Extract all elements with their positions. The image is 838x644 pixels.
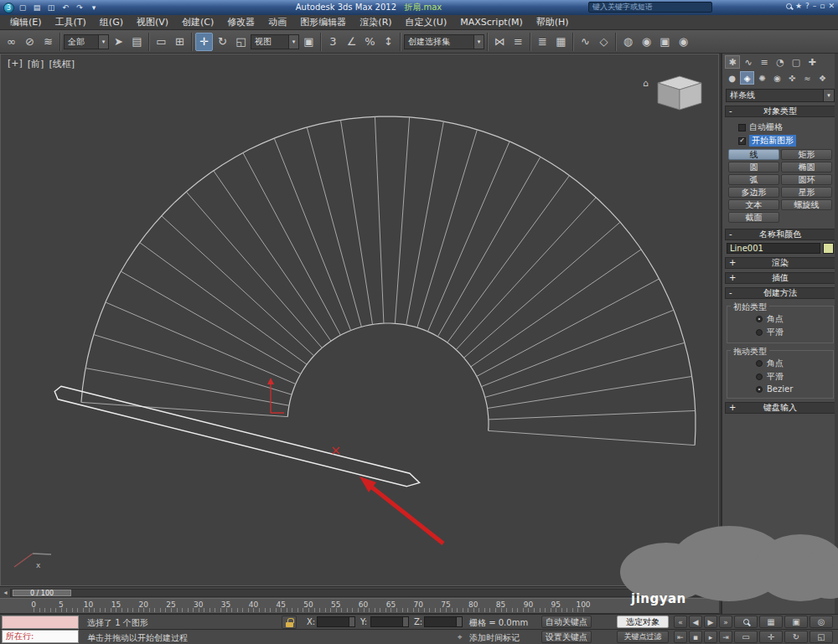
select-and-rotate-icon[interactable]: ↻ [214,33,231,51]
zoom-icon[interactable] [734,616,758,628]
use-center-icon[interactable]: ▣ [300,33,318,51]
render-setup-icon[interactable]: ◉ [638,33,655,51]
key-filters-button[interactable]: 关键点过滤器... [617,631,669,643]
object-type-button[interactable]: 多边形 [728,187,779,198]
initial-smooth-radio[interactable] [756,329,763,336]
named-selection-sets-dropdown[interactable]: 创建选择集▾ [404,34,484,49]
save-icon[interactable]: ◫ [45,3,57,12]
select-object-icon[interactable]: ➤ [110,33,127,51]
rollout-header-keyboard-entry[interactable]: + 键盘输入 [725,402,835,414]
initial-smooth-radio-row[interactable]: 平滑 [756,327,830,338]
chevron-down-icon[interactable]: ▾ [98,35,108,49]
favorites-icon[interactable]: ★ [795,2,802,10]
maxscript-listener-top[interactable] [2,616,79,629]
object-type-button[interactable]: 圆 [728,162,779,173]
chevron-down-icon[interactable]: ▾ [473,35,484,49]
curve-editor-icon[interactable]: ∿ [577,33,594,51]
drag-smooth-radio-row[interactable]: 平滑 [756,371,830,383]
time-slider-handle[interactable]: 0 / 100 [13,590,71,596]
rollout-header-interpolation[interactable]: + 插值 [725,272,835,284]
menu-item[interactable]: 修改器 [220,15,261,29]
object-name-field[interactable]: Line001 [727,243,820,254]
autogrid-checkbox-row[interactable]: 自动栅格 [738,121,834,133]
angle-snap-icon[interactable]: ∠ [343,33,360,51]
category-geometry-icon[interactable]: ● [725,71,739,85]
forward-icon[interactable]: ▸ [704,631,717,643]
drag-corner-radio-row[interactable]: 角点 [756,358,830,369]
search-input[interactable]: 键入关键字或短语 [588,2,712,13]
category-shapes-icon[interactable]: ◈ [740,71,754,85]
tab-modify-icon[interactable]: ∿ [741,55,756,69]
category-helpers-icon[interactable]: ✜ [785,71,799,85]
minimize-icon[interactable]: – [813,2,817,10]
orbit-icon[interactable]: ↻ [784,631,808,643]
window-crossing-icon[interactable]: ⊞ [171,33,189,51]
drag-smooth-radio[interactable] [756,374,763,380]
object-type-button[interactable]: 线 [728,149,779,160]
reference-coordinate-dropdown[interactable]: 视图▾ [251,34,299,49]
object-color-swatch[interactable] [823,243,834,254]
restore-icon[interactable]: ▫ [820,2,825,10]
stop-icon[interactable]: ▪ [689,631,702,643]
selected-object-dropdown[interactable]: 选定对象 [617,616,669,628]
time-slider-left-icon[interactable]: ◂ [1,589,10,596]
object-type-button[interactable]: 文本 [728,199,779,210]
start-new-shape-checkbox[interactable]: ✓ [738,137,746,145]
object-type-button[interactable]: 螺旋线 [781,199,832,210]
drag-corner-radio[interactable] [756,360,763,367]
viewport-menu-general[interactable]: [+] [8,58,23,70]
start-new-shape-checkbox-row[interactable]: ✓ 开始新图形 [738,135,834,147]
go-to-end-icon[interactable]: » [719,616,732,628]
panel-scrollbar[interactable] [835,54,838,614]
menu-item[interactable]: 自定义(U) [399,15,454,29]
next-key-icon[interactable]: ⇥ [719,631,732,643]
tab-display-icon[interactable]: ▢ [789,55,804,69]
shape-category-dropdown[interactable]: 样条线 ▾ [726,89,835,102]
quick-access-dropdown-icon[interactable]: ▾ [88,3,100,12]
y-coordinate-field[interactable] [370,616,409,627]
object-type-button[interactable]: 矩形 [781,149,832,160]
chevron-down-icon[interactable]: ▾ [288,35,298,49]
drag-bezier-radio-row[interactable]: Bezier [756,384,830,394]
tab-hierarchy-icon[interactable]: ≡ [757,55,772,69]
schematic-view-icon[interactable]: ◇ [595,33,613,51]
layer-manager-icon[interactable]: ≣ [534,33,551,51]
object-type-button[interactable]: 弧 [728,174,779,185]
viewport-front[interactable]: [+] [前] [线框] x⌂ [0,54,719,586]
x-coordinate-field[interactable] [317,616,355,627]
category-systems-icon[interactable]: ❖ [815,71,830,85]
time-slider-track[interactable]: 0 / 100 [10,589,709,597]
unlink-selection-icon[interactable]: ⊘ [21,33,39,51]
rollout-header-object-type[interactable]: - 对象类型 [725,106,835,117]
tab-motion-icon[interactable]: ◔ [773,55,788,69]
help-icon[interactable]: ? [805,2,810,10]
selection-lock-toggle[interactable] [282,616,297,629]
tab-utilities-icon[interactable]: ✚ [804,55,820,69]
material-editor-icon[interactable]: ◍ [619,33,637,51]
spinner-snap-icon[interactable]: ↕ [380,33,397,51]
viewport-menu-shading[interactable]: [线框] [49,58,75,70]
rendered-frame-window-icon[interactable]: ▣ [656,33,674,51]
maxscript-listener-input[interactable]: 所在行: [2,630,79,643]
menu-item[interactable]: 渲染(R) [353,15,398,29]
tab-create-icon[interactable]: ✱ [725,55,740,69]
z-coordinate-field[interactable] [424,616,463,627]
autogrid-checkbox[interactable] [738,124,746,131]
bind-to-spacewarp-icon[interactable]: ≋ [39,33,57,51]
new-file-icon[interactable]: ▢ [17,3,28,12]
menu-item[interactable]: 图形编辑器 [293,15,353,29]
snap-toggle-3d-icon[interactable]: 3 [324,33,342,51]
undo-icon[interactable]: ↶ [59,3,71,12]
object-type-button[interactable]: 椭圆 [781,162,832,173]
menu-item[interactable]: 创建(C) [175,15,220,29]
zoom-extents-all-icon[interactable]: ◎ [810,616,833,628]
max-logo-icon[interactable]: 3 [3,3,14,13]
auto-key-button[interactable]: 自动关键点 [541,616,592,628]
viewport-menu-pov[interactable]: [前] [28,58,44,70]
zoom-region-icon[interactable]: ▭ [734,631,758,643]
close-icon[interactable]: ✕ [828,2,835,10]
menu-item[interactable]: 视图(V) [130,15,175,29]
pan-icon[interactable]: ✛ [759,631,783,643]
select-and-link-icon[interactable]: ∞ [3,33,20,51]
redo-icon[interactable]: ↷ [74,3,85,12]
